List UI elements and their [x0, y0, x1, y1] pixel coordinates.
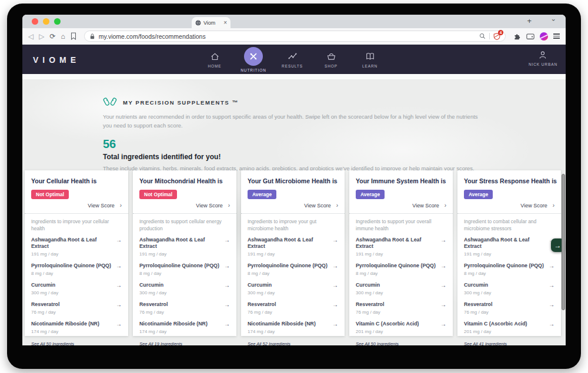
- ingredient-row[interactable]: Pyrroloquinoline Quinone (PQQ) → 8 mg / …: [464, 260, 554, 279]
- back-button[interactable]: ◁: [28, 33, 34, 40]
- nav-item-learn[interactable]: LEARN: [350, 45, 389, 74]
- profile-avatar[interactable]: [540, 32, 548, 41]
- ingredient-list: Ashwagandha Root & Leaf Extract → 191 mg…: [139, 234, 230, 337]
- extensions-puzzle-icon[interactable]: [513, 32, 521, 40]
- ingredient-dose: 8 mg / day: [31, 271, 122, 276]
- ingredient-row[interactable]: Pyrroloquinoline Quinone (PQQ) → 8 mg / …: [139, 260, 230, 279]
- supplements-section: MY PRECISION SUPPLEMENTS ™ Your nutrient…: [103, 97, 491, 172]
- see-all-ingredients-link[interactable]: See All 52 Ingredients: [248, 341, 290, 345]
- maximize-window-button[interactable]: [54, 18, 61, 25]
- ingredient-name: Ashwagandha Root & Leaf Extract: [31, 237, 115, 250]
- ingredient-row[interactable]: Ashwagandha Root & Leaf Extract → 191 mg…: [356, 234, 446, 260]
- see-all-ingredients-link[interactable]: See All 41 Ingredients: [464, 341, 507, 345]
- ingredient-row[interactable]: Ashwagandha Root & Leaf Extract → 191 mg…: [31, 234, 122, 260]
- card-description: Ingredients to support cellular energy p…: [139, 219, 230, 234]
- nav-item-shop[interactable]: SHOP: [312, 45, 350, 74]
- nav-item-nutrition[interactable]: NUTRITION: [234, 45, 273, 74]
- ingredient-name: Pyrroloquinoline Quinone (PQQ): [356, 263, 436, 269]
- viome-logo[interactable]: VIOME: [33, 55, 80, 65]
- bookmark-icon[interactable]: [71, 32, 76, 40]
- arrow-right-icon: →: [440, 301, 446, 308]
- arrow-right-icon: →: [116, 237, 122, 243]
- view-score-link[interactable]: View Score ›: [356, 202, 446, 209]
- nav-item-results[interactable]: RESULTS: [273, 45, 312, 74]
- view-score-link[interactable]: View Score ›: [31, 202, 122, 209]
- tab-list-chevron-icon[interactable]: ›: [550, 19, 557, 21]
- see-all-ingredients-link[interactable]: See All 50 Ingredients: [31, 341, 74, 345]
- ingredient-row[interactable]: Resveratrol → 76 mg / day: [31, 298, 122, 318]
- ingredient-name: Resveratrol: [464, 301, 492, 308]
- ingredient-list: Ashwagandha Root & Leaf Extract → 191 mg…: [31, 234, 122, 337]
- ingredient-row[interactable]: Vitamin C (Ascorbic Acid) → 201 mg / day: [464, 318, 554, 337]
- card-title: Your Immune System Health is: [356, 177, 446, 184]
- see-all-ingredients-link[interactable]: See All 50 Ingredients: [356, 341, 399, 345]
- arrow-right-icon: →: [116, 321, 122, 327]
- wallet-card-icon[interactable]: [526, 33, 534, 40]
- view-score-link[interactable]: View Score ›: [464, 202, 554, 209]
- ingredient-row[interactable]: Curcumin → 300 mg / day: [139, 279, 230, 298]
- new-tab-button[interactable]: +: [527, 16, 532, 25]
- ingredient-count: 56: [103, 137, 491, 151]
- browser-tab[interactable]: Viom ×: [192, 17, 230, 28]
- ingredient-row[interactable]: Ashwagandha Root & Leaf Extract → 191 mg…: [464, 234, 554, 260]
- see-all-ingredients-link[interactable]: See All 19 Ingredients: [139, 341, 182, 345]
- ingredient-row[interactable]: Resveratrol → 76 mg / day: [248, 298, 338, 318]
- arrow-right-icon: →: [440, 263, 446, 269]
- tab-favicon-globe-icon: [195, 20, 201, 26]
- ingredient-dose: 174 mg / day: [248, 329, 338, 334]
- view-score-label: View Score: [520, 203, 547, 209]
- address-bar[interactable]: my.viome.com/foods/recommendations 4: [84, 31, 506, 42]
- ingredient-name: Ashwagandha Root & Leaf Extract: [248, 237, 331, 250]
- ingredient-row[interactable]: Pyrroloquinoline Quinone (PQQ) → 8 mg / …: [248, 260, 338, 279]
- ingredient-name: Curcumin: [356, 282, 380, 288]
- view-score-label: View Score: [412, 203, 439, 209]
- shield-badge-count: 4: [498, 30, 503, 35]
- ingredient-row[interactable]: Resveratrol → 76 mg / day: [356, 298, 446, 318]
- shield-extension-icon[interactable]: 4: [493, 32, 500, 41]
- ingredient-row[interactable]: Curcumin → 300 mg / day: [31, 279, 122, 298]
- vertical-scrollbar-thumb[interactable]: [562, 174, 565, 310]
- forward-button[interactable]: ▷: [39, 33, 44, 40]
- reload-button[interactable]: ⟳: [49, 33, 55, 40]
- ingredient-row[interactable]: Ashwagandha Root & Leaf Extract → 191 mg…: [139, 234, 230, 260]
- page-content: MY PRECISION SUPPLEMENTS ™ Your nutrient…: [22, 74, 566, 345]
- ingredient-row[interactable]: Curcumin → 300 mg / day: [464, 279, 554, 298]
- ingredient-row[interactable]: Nicotinamide Riboside (NR) → 174 mg / da…: [248, 318, 338, 337]
- ingredient-row[interactable]: Resveratrol → 76 mg / day: [464, 298, 554, 318]
- ingredient-name: Pyrroloquinoline Quinone (PQQ): [464, 263, 544, 269]
- ingredient-row[interactable]: Resveratrol → 76 mg / day: [139, 298, 230, 318]
- user-profile[interactable]: NICK URBAN: [529, 50, 557, 66]
- ingredient-row[interactable]: Nicotinamide Riboside (NR) → 174 mg / da…: [31, 318, 122, 337]
- home-button[interactable]: ⌂: [61, 33, 65, 40]
- ingredient-row[interactable]: Vitamin C (Ascorbic Acid) → 201 mg / day: [356, 318, 446, 337]
- dotted-divider: [241, 213, 345, 214]
- ingredient-dose: 76 mg / day: [139, 310, 230, 315]
- ingredient-row[interactable]: Pyrroloquinoline Quinone (PQQ) → 8 mg / …: [356, 260, 446, 279]
- close-window-button[interactable]: [32, 18, 38, 25]
- ingredient-name: Ashwagandha Root & Leaf Extract: [356, 237, 439, 250]
- health-score-card: Your Gut Microbiome Health is Average Vi…: [241, 170, 345, 336]
- card-title: Your Stress Response Health is: [464, 177, 554, 184]
- nav-item-home[interactable]: HOME: [195, 45, 234, 74]
- ingredient-row[interactable]: Nicotinamide Riboside (NR) → 174 mg / da…: [139, 318, 230, 337]
- menu-hamburger-icon[interactable]: [553, 33, 560, 39]
- ingredient-row[interactable]: Ashwagandha Root & Leaf Extract → 191 mg…: [248, 234, 338, 260]
- card-description: Ingredient to combat cellular and microb…: [464, 219, 554, 234]
- view-score-link[interactable]: View Score ›: [139, 202, 230, 209]
- ingredient-name: Vitamin C (Ascorbic Acid): [356, 321, 419, 327]
- top-strip: [22, 74, 566, 79]
- tab-close-icon[interactable]: ×: [223, 20, 227, 26]
- ingredient-dose: 300 mg / day: [31, 290, 122, 295]
- ingredient-row[interactable]: Curcumin → 300 mg / day: [248, 279, 338, 298]
- arrow-right-icon: →: [116, 263, 122, 269]
- minimize-window-button[interactable]: [43, 18, 49, 25]
- ingredient-dose: 8 mg / day: [356, 271, 446, 276]
- ingredient-row[interactable]: Pyrroloquinoline Quinone (PQQ) → 8 mg / …: [31, 260, 122, 279]
- ingredient-row[interactable]: Curcumin → 300 mg / day: [356, 279, 446, 298]
- ingredient-name: Curcumin: [31, 282, 55, 288]
- search-icon[interactable]: [479, 33, 486, 39]
- ingredient-name: Resveratrol: [31, 301, 59, 308]
- view-score-link[interactable]: View Score ›: [248, 202, 338, 209]
- chevron-right-icon: ›: [445, 202, 446, 209]
- ingredient-list: Ashwagandha Root & Leaf Extract → 191 mg…: [464, 234, 554, 337]
